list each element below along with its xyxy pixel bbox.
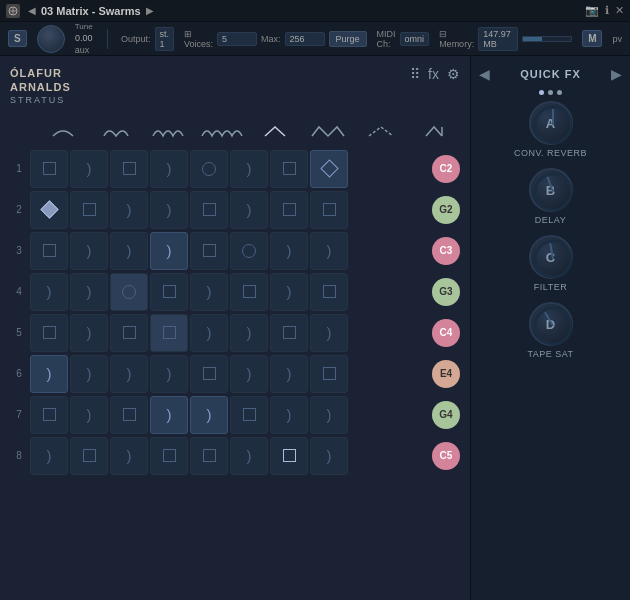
cell-7-4[interactable]: ) xyxy=(150,396,188,434)
cell-7-3[interactable] xyxy=(110,396,148,434)
cell-6-3[interactable]: ) xyxy=(110,355,148,393)
cell-2-7[interactable] xyxy=(270,191,308,229)
cell-6-6[interactable]: ) xyxy=(230,355,268,393)
fx-knob-b[interactable]: B xyxy=(529,168,573,212)
cell-6-7[interactable]: ) xyxy=(270,355,308,393)
cell-3-2[interactable]: ) xyxy=(70,232,108,270)
s-button[interactable]: S xyxy=(8,30,27,47)
close-button[interactable]: ✕ xyxy=(615,4,624,17)
cell-7-1[interactable] xyxy=(30,396,68,434)
cell-7-2[interactable]: ) xyxy=(70,396,108,434)
grid-view-icon[interactable]: ⠿ xyxy=(410,66,420,82)
cell-6-1[interactable]: ) xyxy=(30,355,68,393)
cell-7-5[interactable]: ) xyxy=(190,396,228,434)
cell-4-2[interactable]: ) xyxy=(70,273,108,311)
note-badge-6[interactable]: E4 xyxy=(432,360,460,388)
wave-3[interactable] xyxy=(142,121,195,146)
cell-3-1[interactable] xyxy=(30,232,68,270)
wave-4[interactable] xyxy=(195,121,248,146)
cell-4-5[interactable]: ) xyxy=(190,273,228,311)
cell-6-4[interactable]: ) xyxy=(150,355,188,393)
m-button[interactable]: M xyxy=(582,30,602,47)
cell-5-3[interactable] xyxy=(110,314,148,352)
cell-8-5[interactable] xyxy=(190,437,228,475)
quick-fx-next[interactable]: ▶ xyxy=(611,66,622,82)
cell-2-2[interactable] xyxy=(70,191,108,229)
cell-1-2[interactable]: ) xyxy=(70,150,108,188)
nav-prev[interactable]: ◀ xyxy=(26,5,38,16)
cell-5-6[interactable]: ) xyxy=(230,314,268,352)
cell-8-7[interactable] xyxy=(270,437,308,475)
cell-6-5[interactable] xyxy=(190,355,228,393)
fx-icon[interactable]: fx xyxy=(428,66,439,82)
cell-1-7[interactable] xyxy=(270,150,308,188)
cell-5-7[interactable] xyxy=(270,314,308,352)
cell-7-7[interactable]: ) xyxy=(270,396,308,434)
note-badge-3[interactable]: C3 xyxy=(432,237,460,265)
note-badge-4[interactable]: G3 xyxy=(432,278,460,306)
note-badge-7[interactable]: G4 xyxy=(432,401,460,429)
wave-6[interactable] xyxy=(301,121,354,146)
settings-icon[interactable]: ⚙ xyxy=(447,66,460,82)
wave-8[interactable] xyxy=(407,121,460,146)
cell-1-8[interactable] xyxy=(310,150,348,188)
cell-3-7[interactable]: ) xyxy=(270,232,308,270)
cell-3-8[interactable]: ) xyxy=(310,232,348,270)
cell-6-2[interactable]: ) xyxy=(70,355,108,393)
cell-2-5[interactable] xyxy=(190,191,228,229)
cell-8-3[interactable]: ) xyxy=(110,437,148,475)
purge-button[interactable]: Purge xyxy=(329,31,367,47)
cell-3-6[interactable] xyxy=(230,232,268,270)
camera-icon[interactable]: 📷 xyxy=(585,4,599,17)
cell-8-4[interactable] xyxy=(150,437,188,475)
cell-1-4[interactable]: ) xyxy=(150,150,188,188)
tune-knob[interactable] xyxy=(37,25,65,53)
cell-1-6[interactable]: ) xyxy=(230,150,268,188)
cell-2-6[interactable]: ) xyxy=(230,191,268,229)
wave-5[interactable] xyxy=(248,121,301,146)
wave-1[interactable] xyxy=(36,121,89,146)
fx-knob-d[interactable]: D xyxy=(529,302,573,346)
cell-1-3[interactable] xyxy=(110,150,148,188)
cell-4-7[interactable]: ) xyxy=(270,273,308,311)
cell-4-8[interactable] xyxy=(310,273,348,311)
cell-2-3[interactable]: ) xyxy=(110,191,148,229)
cell-4-1[interactable]: ) xyxy=(30,273,68,311)
fx-knob-c[interactable]: C xyxy=(529,235,573,279)
cell-6-8[interactable] xyxy=(310,355,348,393)
note-badge-1[interactable]: C2 xyxy=(432,155,460,183)
note-badge-8[interactable]: C5 xyxy=(432,442,460,470)
output-value[interactable]: st. 1 xyxy=(155,27,175,51)
cell-3-5[interactable] xyxy=(190,232,228,270)
cell-2-4[interactable]: ) xyxy=(150,191,188,229)
cell-8-2[interactable] xyxy=(70,437,108,475)
cell-8-6[interactable]: ) xyxy=(230,437,268,475)
cell-5-1[interactable] xyxy=(30,314,68,352)
cell-4-3[interactable] xyxy=(110,273,148,311)
cell-5-2[interactable]: ) xyxy=(70,314,108,352)
title-nav[interactable]: ◀ 03 Matrix - Swarms ▶ xyxy=(26,5,156,17)
fx-knob-a[interactable]: A xyxy=(529,101,573,145)
cell-4-6[interactable] xyxy=(230,273,268,311)
note-badge-2[interactable]: G2 xyxy=(432,196,460,224)
cell-7-6[interactable] xyxy=(230,396,268,434)
cell-5-4[interactable] xyxy=(150,314,188,352)
cell-3-4[interactable]: ) xyxy=(150,232,188,270)
cell-7-8[interactable]: ) xyxy=(310,396,348,434)
cell-4-4[interactable] xyxy=(150,273,188,311)
cell-1-5[interactable] xyxy=(190,150,228,188)
cell-5-5[interactable]: ) xyxy=(190,314,228,352)
cell-2-1[interactable] xyxy=(30,191,68,229)
cell-5-8[interactable]: ) xyxy=(310,314,348,352)
wave-7[interactable] xyxy=(354,121,407,146)
wave-2[interactable] xyxy=(89,121,142,146)
cell-8-1[interactable]: ) xyxy=(30,437,68,475)
info-icon[interactable]: ℹ xyxy=(605,4,609,17)
quick-fx-prev[interactable]: ◀ xyxy=(479,66,490,82)
cell-3-3[interactable]: ) xyxy=(110,232,148,270)
cell-8-8[interactable]: ) xyxy=(310,437,348,475)
cell-1-1[interactable] xyxy=(30,150,68,188)
note-badge-5[interactable]: C4 xyxy=(432,319,460,347)
nav-next[interactable]: ▶ xyxy=(144,5,156,16)
midi-value[interactable]: omni xyxy=(400,32,430,46)
